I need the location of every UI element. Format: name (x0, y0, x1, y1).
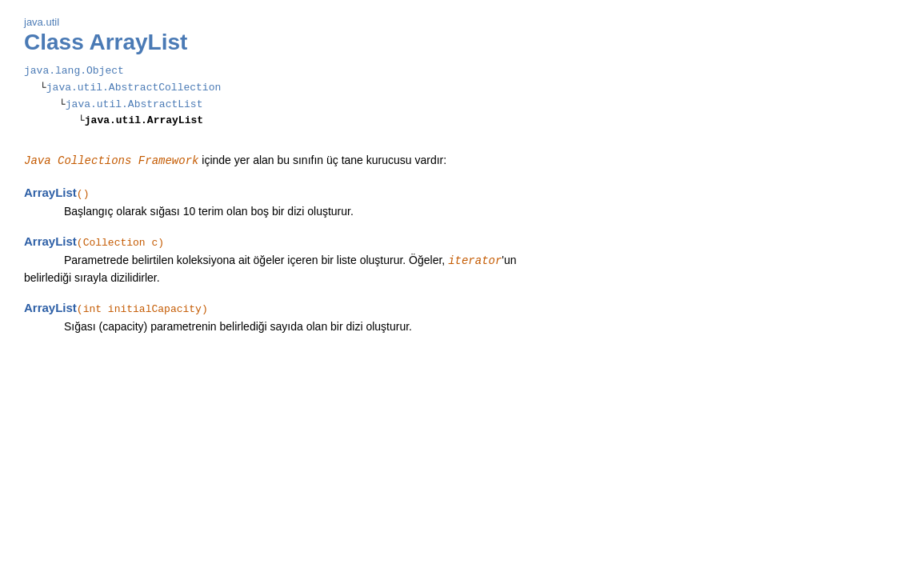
constructor-2-desc1: Parametrede belirtilen koleksiyona ait ö… (64, 254, 448, 266)
description-text: içinde yer alan bu sınıfın üç tane kuruc… (198, 154, 446, 166)
iterator-link[interactable]: iterator (448, 254, 502, 267)
description-block: Java Collections Framework içinde yer al… (24, 152, 900, 170)
jcf-link[interactable]: Java Collections Framework (24, 154, 198, 167)
constructor-2-name: ArrayList (24, 234, 77, 248)
constructor-1-params: () (77, 188, 90, 200)
inheritance-level-3: └java.util.ArrayList (78, 113, 900, 130)
inheritance-tree: java.lang.Object └java.util.AbstractColl… (24, 63, 900, 130)
constructor-2-desc: Parametrede belirtilen koleksiyona ait ö… (24, 252, 900, 286)
constructor-2-signature: ArrayList(Collection c) (24, 234, 900, 249)
constructor-1-name: ArrayList (24, 186, 77, 199)
inheritance-level-0: java.lang.Object (24, 63, 900, 80)
inheritance-level-1: └java.util.AbstractCollection (40, 80, 900, 97)
constructor-2-desc3: belirlediği sırayla dizilidirler. (24, 270, 900, 286)
constructor-3-name: ArrayList (24, 301, 77, 314)
constructor-3-desc: Sığası (capacity) parametrenin belirledi… (64, 318, 900, 335)
constructor-3-signature: ArrayList(int initialCapacity) (24, 301, 900, 315)
package-name: java.util (24, 16, 900, 28)
constructor-3: ArrayList(int initialCapacity) Sığası (c… (24, 301, 900, 335)
constructor-2: ArrayList(Collection c) Parametrede beli… (24, 234, 900, 286)
page-container: java.util Class ArrayList java.lang.Obje… (24, 16, 900, 335)
constructor-1-desc: Başlangıç olarak sığası 10 terim olan bo… (64, 203, 900, 220)
constructor-1: ArrayList() Başlangıç olarak sığası 10 t… (24, 186, 900, 220)
constructor-2-params: (Collection c) (77, 237, 164, 249)
class-title: Class ArrayList (24, 30, 900, 55)
constructor-2-desc2: 'un (502, 254, 516, 266)
inheritance-level-2: └java.util.AbstractList (59, 97, 900, 114)
constructor-3-params: (int initialCapacity) (77, 303, 208, 315)
constructor-1-signature: ArrayList() (24, 186, 900, 200)
